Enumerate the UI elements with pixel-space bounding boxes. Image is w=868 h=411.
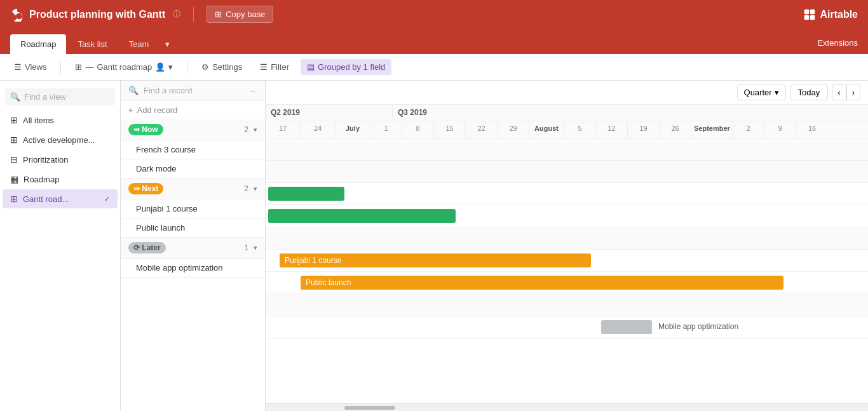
gantt-row-darkmode xyxy=(266,205,868,227)
copy-base-button[interactable]: ⊞ Copy base xyxy=(207,6,273,23)
add-record-row[interactable]: + Add record xyxy=(121,101,265,119)
gantt-row-publiclaunch: Public launch xyxy=(266,272,868,294)
bar-darkmode[interactable] xyxy=(268,209,456,223)
sidebar-item-roadmap[interactable]: ▦ Roadmap xyxy=(3,170,118,189)
airtable-text: Airtable xyxy=(820,9,858,20)
sidebar-search[interactable]: 🔍 Find a view xyxy=(5,88,115,105)
record-label: Public launch xyxy=(136,223,185,232)
svg-rect-1 xyxy=(810,9,815,14)
group-now-header[interactable]: ⇒ Now 2 ▾ xyxy=(121,119,265,140)
tab-tasklist[interactable]: Task list xyxy=(67,34,117,54)
airtable-logo: Airtable xyxy=(803,8,858,21)
find-record-input[interactable]: Find a record xyxy=(144,86,244,95)
svg-rect-0 xyxy=(804,9,810,14)
grouped-button[interactable]: ▤ Grouped by 1 field xyxy=(301,59,391,75)
bar-french3[interactable] xyxy=(268,187,344,201)
date-19: 19 xyxy=(628,121,660,138)
horizontal-scrollbar[interactable] xyxy=(266,403,868,411)
calendar-icon: ▦ xyxy=(10,174,18,184)
filter-button[interactable]: ☰ Filter xyxy=(254,59,295,75)
gantt-icon: ⊞ xyxy=(75,62,82,72)
sidebar-item-prioritization[interactable]: ⊟ Prioritization xyxy=(3,150,118,169)
date-22: 22 xyxy=(466,121,498,138)
views-button[interactable]: ☰ Views xyxy=(8,59,53,75)
record-label: Mobile app optimization xyxy=(136,263,223,273)
chevron-next: ▾ xyxy=(254,185,257,193)
info-icon: ⓘ xyxy=(173,9,180,20)
record-label: French 3 course xyxy=(136,145,196,154)
content-area: 🔍 Find a record ← + Add record ⇒ Now 2 ▾… xyxy=(121,81,868,411)
search-placeholder: Find a view xyxy=(24,92,66,102)
timeline-wrapper: Q2 2019 Q3 2019 17 24 July 1 8 15 22 xyxy=(266,105,868,403)
records-panel: 🔍 Find a record ← + Add record ⇒ Now 2 ▾… xyxy=(121,81,266,411)
group-next-header[interactable]: ⇒ Next 2 ▾ xyxy=(121,179,265,199)
date-15: 15 xyxy=(434,121,466,138)
search-icon: 🔍 xyxy=(10,92,20,102)
toolbar: ☰ Views ⊞ — Gantt roadmap 👤 ▾ ⚙ Settings… xyxy=(0,54,868,81)
gantt-addrecord-row xyxy=(266,138,868,161)
badge-later: ⟳ Later xyxy=(128,242,166,253)
gantt-now-header-row xyxy=(266,161,868,183)
sidebar-item-label: Roadmap xyxy=(24,175,59,184)
grid-icon: ⊞ xyxy=(10,115,18,125)
gantt-label: Gantt roadmap xyxy=(97,62,152,72)
settings-button[interactable]: ⚙ Settings xyxy=(195,59,248,75)
quarter-button[interactable]: Quarter ▾ xyxy=(737,84,786,100)
collapse-icon[interactable]: ← xyxy=(249,86,257,95)
record-french3[interactable]: French 3 course xyxy=(121,140,265,159)
rocket-icon xyxy=(10,8,24,22)
group-next-count: 2 xyxy=(244,184,248,193)
bar-publiclaunch[interactable]: Public launch xyxy=(301,276,783,290)
sidebar-item-label: Active developme... xyxy=(23,135,95,145)
settings-label: Settings xyxy=(212,62,242,72)
bar-punjabi[interactable]: Punjabi 1 course xyxy=(280,253,591,267)
record-punjabi[interactable]: Punjabi 1 course xyxy=(121,199,265,219)
record-publiclaunch[interactable]: Public launch xyxy=(121,219,265,238)
gantt-container: 🔍 Find a record ← + Add record ⇒ Now 2 ▾… xyxy=(121,81,868,411)
badge-now: ⇒ Now xyxy=(128,124,163,135)
tab-more-button[interactable]: ▾ xyxy=(160,34,175,54)
chart-panel: Quarter ▾ Today ‹ › Q2 2019 xyxy=(266,81,868,411)
gantt-chevron: ▾ xyxy=(168,62,173,72)
tab-team[interactable]: Team xyxy=(119,34,159,54)
filter-icon: ☰ xyxy=(260,62,268,72)
tab-roadmap[interactable]: Roadmap xyxy=(10,34,66,54)
tab-bar: Roadmap Task list Team ▾ Extensions xyxy=(0,29,868,54)
quarter-chevron: ▾ xyxy=(775,88,779,97)
record-darkmode[interactable]: Dark mode xyxy=(121,159,265,179)
record-mobileapp[interactable]: Mobile app optimization xyxy=(121,259,265,278)
next-button[interactable]: › xyxy=(846,84,860,100)
toolbar-divider-2 xyxy=(187,61,187,74)
sidebar: 🔍 Find a view ⊞ All items ⊞ Active devel… xyxy=(0,81,121,411)
date-12: 12 xyxy=(596,121,628,138)
group-now-count: 2 xyxy=(244,125,248,134)
sidebar-item-gantt[interactable]: ⊞ Gantt road... ✓ xyxy=(3,189,118,208)
today-button[interactable]: Today xyxy=(790,84,829,100)
prev-button[interactable]: ‹ xyxy=(832,84,846,100)
sidebar-item-label: Gantt road... xyxy=(23,194,69,204)
date-2: 2 xyxy=(733,121,764,138)
badge-next: ⇒ Next xyxy=(128,183,163,194)
search-records-icon: 🔍 xyxy=(128,86,139,95)
gantt-view-button[interactable]: ⊞ — Gantt roadmap 👤 ▾ xyxy=(69,59,179,75)
date-24: 24 xyxy=(301,121,336,138)
tabs-left: Roadmap Task list Team ▾ xyxy=(10,34,175,54)
bar-mobileapp[interactable] xyxy=(601,320,652,334)
group-icon: ▤ xyxy=(307,62,315,72)
bar-punjabi-label: Punjabi 1 course xyxy=(285,256,341,265)
sidebar-item-allitems[interactable]: ⊞ All items xyxy=(3,111,118,130)
gantt-users-icon: 👤 xyxy=(155,62,165,72)
q2-label: Q2 2019 xyxy=(266,105,393,121)
scrollbar-thumb[interactable] xyxy=(344,406,395,410)
chevron-later: ▾ xyxy=(254,244,257,252)
filter-label: Filter xyxy=(271,62,289,72)
gantt-dash-icon: — xyxy=(85,62,93,72)
date-row: 17 24 July 1 8 15 22 29 August 5 12 19 xyxy=(266,121,868,138)
copy-icon: ⊞ xyxy=(215,10,222,19)
extensions-button[interactable]: Extensions xyxy=(817,38,858,54)
date-16: 16 xyxy=(796,121,828,138)
sidebar-item-active[interactable]: ⊞ Active developme... xyxy=(3,130,118,149)
group-later-header[interactable]: ⟳ Later 1 ▾ xyxy=(121,238,265,259)
timeline-header: Q2 2019 Q3 2019 17 24 July 1 8 15 22 xyxy=(266,105,868,138)
records-header: 🔍 Find a record ← xyxy=(121,81,265,101)
